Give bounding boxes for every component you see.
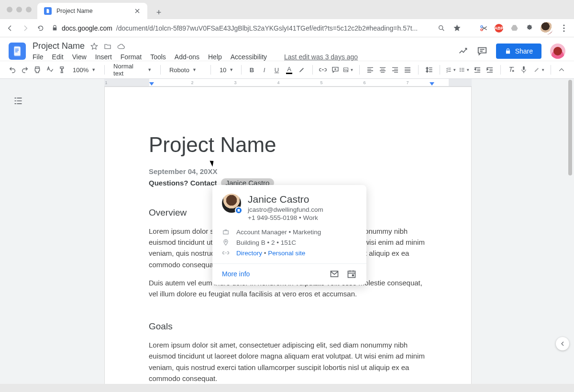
svg-point-5: [563, 30, 564, 32]
window-controls[interactable]: [7, 7, 32, 12]
collapse-toolbar-icon[interactable]: [557, 65, 566, 75]
extensions-puzzle-icon[interactable]: [525, 24, 534, 33]
horizontal-ruler[interactable]: 1 2 3 4 5 6 7: [104, 79, 472, 87]
align-center-icon[interactable]: [378, 65, 387, 75]
ruler-tick: 5: [320, 80, 322, 85]
document-outline-toggle[interactable]: [12, 95, 24, 107]
contact-hover-card: Janice Castro jcastro@dwellingfund.com +…: [212, 185, 366, 285]
svg-point-4: [563, 27, 564, 29]
bookmark-star-icon[interactable]: [453, 24, 461, 33]
scissors-icon[interactable]: [479, 24, 488, 33]
activity-trend-icon[interactable]: [458, 46, 468, 56]
paint-format-icon[interactable]: [57, 65, 67, 75]
new-tab-button[interactable]: +: [152, 6, 166, 19]
docs-logo-icon[interactable]: [9, 43, 26, 60]
font-dropdown[interactable]: Roboto▼: [166, 66, 205, 74]
underline-icon[interactable]: U: [272, 65, 282, 75]
menu-insert[interactable]: Insert: [95, 53, 112, 61]
menu-file[interactable]: File: [33, 53, 44, 61]
comments-icon[interactable]: [477, 46, 487, 56]
align-left-icon[interactable]: [365, 65, 375, 75]
doc-paragraph[interactable]: Lorem ipsum dolor sit amet, consectetuer…: [149, 339, 427, 384]
move-folder-icon[interactable]: [104, 43, 111, 50]
account-avatar[interactable]: [550, 44, 565, 59]
highlight-icon[interactable]: [297, 65, 307, 75]
redo-icon[interactable]: [20, 65, 30, 75]
zoom-window-dot[interactable]: [26, 7, 32, 12]
doc-h2-goals[interactable]: Goals: [149, 321, 427, 332]
insert-image-icon[interactable]: ▼: [343, 65, 353, 75]
align-right-icon[interactable]: [390, 65, 400, 75]
outdent-icon[interactable]: [473, 65, 482, 75]
close-window-dot[interactable]: [7, 7, 12, 12]
insert-link-icon[interactable]: [318, 65, 328, 75]
ruler-indent-right-icon[interactable]: [430, 82, 434, 86]
svg-point-13: [460, 71, 461, 72]
contact-email[interactable]: jcastro@dwellingfund.com: [248, 206, 323, 213]
indent-icon[interactable]: [485, 65, 495, 75]
scrollbar-thumb[interactable]: [568, 80, 572, 175]
style-dropdown[interactable]: Normal text▼: [110, 63, 155, 77]
send-email-icon[interactable]: [329, 269, 340, 279]
checklist-icon[interactable]: ▼: [446, 65, 456, 75]
cloud-status-icon[interactable]: [117, 43, 125, 50]
editing-mode-icon[interactable]: ▼: [534, 65, 545, 75]
address-bar[interactable]: docs.google.com/document/d/1olcn-5f897wu…: [52, 24, 430, 32]
reload-button[interactable]: [36, 24, 45, 33]
print-icon[interactable]: [33, 65, 42, 75]
drive-extension-icon[interactable]: [510, 24, 519, 33]
tab-close-icon[interactable]: [134, 8, 141, 14]
contact-org-badge-icon: [235, 207, 243, 214]
schedule-event-icon[interactable]: [346, 269, 357, 279]
minimize-window-dot[interactable]: [16, 7, 22, 12]
docs-header: Project Name File Edit View Insert Forma…: [0, 37, 574, 61]
align-justify-icon[interactable]: [403, 65, 412, 75]
browser-tab-active[interactable]: Project Name: [37, 3, 147, 19]
personal-site-link[interactable]: Personal site: [268, 250, 305, 257]
menu-help[interactable]: Help: [208, 53, 222, 61]
svg-point-12: [460, 69, 461, 70]
spellcheck-icon[interactable]: [45, 65, 55, 75]
italic-icon[interactable]: I: [260, 65, 269, 75]
tab-title: Project Name: [56, 8, 93, 14]
menu-view[interactable]: View: [72, 53, 87, 61]
menu-format[interactable]: Format: [121, 53, 142, 61]
mouse-cursor-icon: [210, 159, 215, 167]
more-info-link[interactable]: More info: [222, 270, 250, 278]
document-title-input[interactable]: Project Name: [33, 41, 85, 51]
doc-date-line[interactable]: September 04, 20XX: [149, 167, 427, 175]
abp-extension-icon[interactable]: ABP: [495, 24, 503, 33]
text-color-icon[interactable]: A: [285, 65, 294, 75]
menu-tools[interactable]: Tools: [150, 53, 166, 61]
ruler-indent-left-icon[interactable]: [149, 82, 154, 86]
star-icon[interactable]: [90, 43, 98, 50]
vertical-scrollbar[interactable]: [567, 79, 573, 384]
share-button[interactable]: Share: [496, 44, 541, 59]
menu-edit[interactable]: Edit: [52, 53, 64, 61]
explore-fab-icon[interactable]: [556, 337, 569, 350]
doc-title-heading[interactable]: Project Name: [149, 133, 427, 157]
fontsize-dropdown[interactable]: 10▼: [217, 66, 235, 74]
voice-typing-icon[interactable]: [519, 65, 529, 75]
svg-rect-7: [15, 48, 19, 49]
back-button[interactable]: [6, 24, 14, 33]
formatting-toolbar: 100%▼ Normal text▼ Roboto▼ 10▼ B I U A ▼…: [0, 61, 574, 79]
last-edit-link[interactable]: Last edit was 3 days ago: [284, 53, 358, 61]
menu-accessibility[interactable]: Accessibility: [231, 53, 267, 61]
chrome-profile-avatar[interactable]: [541, 22, 553, 34]
undo-icon[interactable]: [8, 65, 17, 75]
menu-bar: File Edit View Insert Format Tools Add-o…: [33, 53, 358, 61]
zoom-icon[interactable]: [437, 24, 446, 33]
directory-link[interactable]: Directory: [236, 250, 262, 257]
clear-formatting-icon[interactable]: [507, 65, 516, 75]
zoom-dropdown[interactable]: 100%▼: [70, 66, 99, 74]
line-spacing-icon[interactable]: [424, 65, 434, 75]
add-comment-icon[interactable]: [331, 65, 340, 75]
document-canvas: 1 2 3 4 5 6 7 Project Name September 04,…: [0, 79, 574, 384]
menu-addons[interactable]: Add-ons: [175, 53, 199, 61]
bullet-list-icon[interactable]: ▼: [459, 65, 470, 75]
chrome-menu-icon[interactable]: [560, 24, 568, 33]
svg-rect-6: [14, 46, 20, 55]
contact-phone: +1 949-555-0198 • Work: [248, 214, 323, 221]
bold-icon[interactable]: B: [247, 65, 257, 75]
